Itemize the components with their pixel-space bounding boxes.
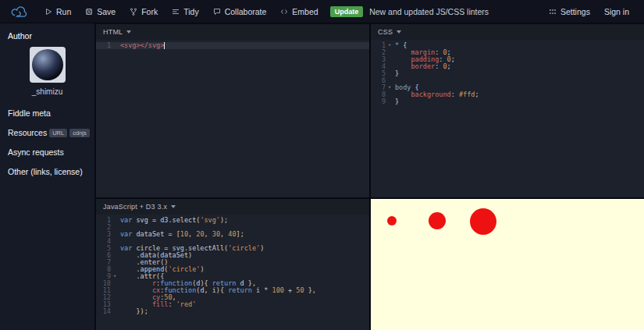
editor-grid: HTML 1<svg></svg> CSS 1▾* {2 margin: 0;3… [96,24,644,330]
code-line: 1var svg = d3.select('svg'); [96,217,369,224]
sidebar-item-fiddle-meta[interactable]: Fiddle meta [8,108,87,118]
code-line: 5} [371,70,644,77]
code-line: 3var dataSet = [10, 20, 30, 40]; [96,231,369,238]
html-panel: HTML 1<svg></svg> [96,24,369,197]
save-icon [85,8,93,16]
embed-icon [280,8,288,16]
fork-button[interactable]: Fork [123,0,165,23]
css-code-editor[interactable]: 1▾* {2 margin: 0;3 padding: 0;4 border: … [371,40,644,197]
update-announcement[interactable]: New and updated JS/CSS linters [369,7,489,16]
sidebar: Author _shimizu Fiddle meta ResourcesURL… [0,23,95,330]
css-panel: CSS 1▾* {2 margin: 0;3 padding: 0;4 bord… [371,24,644,197]
run-label: Run [56,7,71,16]
collaborate-label: Collaborate [225,7,267,16]
html-panel-title: HTML [103,28,123,36]
code-line: 9} [371,98,644,105]
js-panel-title: JavaScript + D3 3.x [103,203,167,211]
jsfiddle-logo[interactable] [9,5,28,18]
signin-label: Sign in [604,7,629,16]
css-panel-title: CSS [378,28,393,36]
fork-label: Fork [141,7,158,16]
settings-button[interactable]: Settings [542,0,597,23]
settings-label: Settings [560,7,590,16]
fork-icon [130,8,137,16]
sidebar-item-other[interactable]: Other (links, license) [8,167,87,176]
update-badge[interactable]: Update [330,6,364,17]
text-cursor [164,42,165,49]
chevron-down-icon [397,30,401,34]
resources-label: Resources [8,128,47,137]
code-line: 14 }); [96,308,369,315]
css-panel-header[interactable]: CSS [371,24,644,40]
html-panel-header[interactable]: HTML [96,24,369,40]
collaborate-button[interactable]: Collaborate [206,0,274,23]
topbar: Run Save Fork Tidy Collaborate Embed Upd… [0,0,644,23]
code-line: 4 border: 0; [371,63,644,70]
signin-button[interactable]: Sign in [597,0,636,23]
sidebar-item-async-requests[interactable]: Async requests [8,147,87,157]
html-code-editor[interactable]: 1<svg></svg> [96,40,369,197]
run-button[interactable]: Run [37,0,78,23]
avatar-image [32,49,63,80]
save-button[interactable]: Save [78,0,123,23]
result-circle [429,212,446,229]
code-line: 1<svg></svg> [96,42,369,49]
result-pane [371,199,644,330]
chevron-down-icon [126,30,131,34]
save-label: Save [97,7,116,16]
js-panel-header[interactable]: JavaScript + D3 3.x [96,199,369,215]
js-panel: JavaScript + D3 3.x 1var svg = d3.select… [96,199,369,330]
sidebar-item-resources[interactable]: ResourcesURLcdnjs [8,128,87,137]
embed-button[interactable]: Embed [273,0,325,23]
author-username[interactable]: _shimizu [8,87,87,96]
play-icon [44,8,52,16]
embed-label: Embed [292,7,318,16]
code-line: 8 background: #ffd; [371,91,644,98]
collaborate-icon [213,8,221,16]
settings-icon [549,8,557,16]
tidy-icon [172,8,180,16]
avatar [30,47,66,83]
author-label: Author [8,31,87,41]
result-circle [387,216,397,225]
jsfiddle-app: Run Save Fork Tidy Collaborate Embed Upd… [0,0,644,330]
tidy-label: Tidy [183,7,198,16]
js-code-editor[interactable]: 1var svg = d3.select('svg');23var dataSe… [96,215,369,330]
tidy-button[interactable]: Tidy [165,0,205,23]
result-circle [470,208,496,235]
cdnjs-badge[interactable]: cdnjs [69,129,90,137]
url-badge[interactable]: URL [49,129,67,137]
chevron-down-icon [171,205,176,208]
